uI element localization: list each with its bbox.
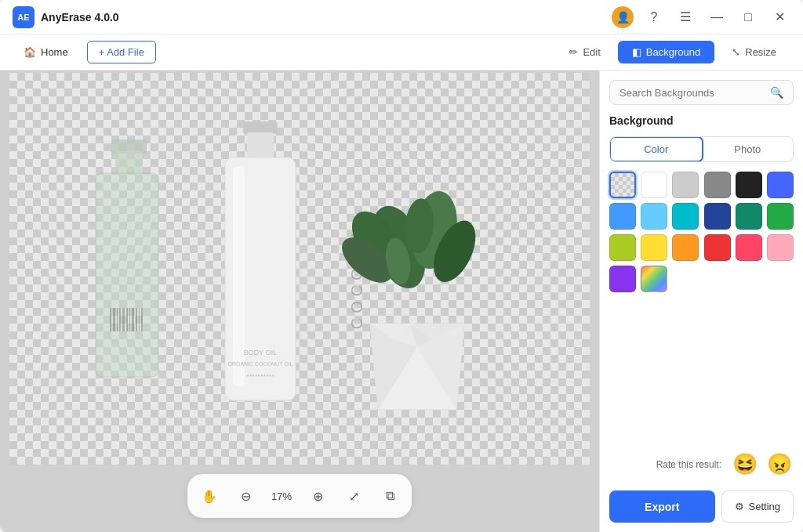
canvas-image: COCOOIL BODY OIL ORGANIC COCONUT OIL ●●●…	[9, 73, 590, 465]
color-swatch-red[interactable]	[704, 234, 731, 261]
color-swatch-blue2[interactable]	[609, 203, 636, 230]
search-input[interactable]	[620, 87, 764, 99]
search-icon: 🔍	[770, 86, 783, 99]
color-swatch-gradient[interactable]	[641, 266, 667, 292]
svg-rect-6	[119, 308, 121, 331]
color-swatch-cyan-light[interactable]	[641, 203, 667, 230]
svg-rect-17	[233, 167, 245, 386]
svg-rect-7	[122, 308, 125, 331]
tab-color[interactable]: Color	[609, 136, 703, 162]
title-bar: AE AnyErase 4.0.0 👤 ? ☰ — □ ✕	[0, 0, 803, 34]
bottom-buttons: Export ⚙ Setting	[609, 490, 794, 523]
svg-rect-11	[136, 308, 137, 331]
help-button[interactable]: ?	[643, 6, 665, 28]
color-swatch-transparent[interactable]	[609, 172, 636, 198]
svg-rect-12	[139, 308, 140, 331]
zoom-out-button[interactable]: ⊖	[231, 482, 260, 510]
color-swatch-teal[interactable]	[672, 203, 699, 230]
color-swatch-yellow[interactable]	[641, 234, 667, 261]
title-bar-right: 👤 ? ☰ — □ ✕	[612, 6, 790, 28]
color-photo-tabs: Color Photo	[609, 136, 794, 162]
setting-button[interactable]: ⚙ Setting	[721, 490, 794, 523]
canvas-viewport[interactable]: COCOOIL BODY OIL ORGANIC COCONUT OIL ●●●…	[0, 71, 599, 466]
color-swatch-orange[interactable]	[672, 234, 699, 261]
rating-area: Rate this result: 😆 😠	[609, 447, 794, 481]
color-swatch-yellow-green[interactable]	[609, 234, 636, 261]
edit-icon: ✏	[569, 46, 578, 58]
menu-button[interactable]: ☰	[674, 6, 696, 28]
export-button[interactable]: Export	[609, 490, 715, 523]
app-window: AE AnyErase 4.0.0 👤 ? ☰ — □ ✕ 🏠 Home + A…	[0, 0, 803, 532]
svg-text:●●●●●●●●●●: ●●●●●●●●●●	[246, 373, 275, 378]
section-title: Background	[609, 114, 794, 127]
svg-rect-5	[117, 308, 118, 331]
svg-rect-3	[110, 308, 111, 331]
toolbar-right: ✏ Edit ◧ Background ⤡ Resize	[555, 41, 790, 63]
main-area: COCOOIL BODY OIL ORGANIC COCONUT OIL ●●●…	[0, 71, 803, 532]
home-button[interactable]: 🏠 Home	[13, 42, 79, 63]
toolbar: 🏠 Home + Add File ✏ Edit ◧ Background ⤡ …	[0, 34, 803, 71]
svg-rect-4	[113, 308, 115, 331]
minimize-button[interactable]: —	[706, 6, 728, 28]
maximize-button[interactable]: □	[737, 6, 759, 28]
color-swatch-white[interactable]	[641, 172, 667, 198]
svg-text:BODY OIL: BODY OIL	[244, 349, 277, 356]
svg-rect-1	[115, 151, 143, 175]
rating-label: Rate this result:	[656, 459, 721, 470]
app-title: AnyErase 4.0.0	[41, 11, 119, 24]
zoom-in-button[interactable]: ⊕	[303, 482, 332, 510]
resize-icon: ⤡	[732, 46, 740, 58]
color-swatch-pink[interactable]	[767, 234, 794, 261]
background-icon: ◧	[632, 46, 641, 58]
color-swatch-blue[interactable]	[767, 172, 794, 198]
tab-background[interactable]: ◧ Background	[618, 41, 714, 63]
color-swatch-gray[interactable]	[704, 172, 731, 198]
setting-icon: ⚙	[735, 501, 744, 512]
svg-rect-8	[126, 308, 128, 331]
svg-rect-15	[247, 132, 274, 160]
angry-rating-button[interactable]: 😠	[765, 451, 794, 478]
color-swatch-green[interactable]	[767, 203, 794, 230]
zoom-level: 17%	[267, 490, 296, 502]
pan-tool-button[interactable]: ✋	[195, 482, 223, 510]
bottom-toolbar: ✋ ⊖ 17% ⊕ ⤢ ⧉	[187, 474, 412, 518]
title-bar-left: AE AnyErase 4.0.0	[13, 6, 119, 28]
canvas-area: COCOOIL BODY OIL ORGANIC COCONUT OIL ●●●…	[0, 71, 599, 532]
color-swatch-light-gray[interactable]	[672, 172, 699, 198]
svg-rect-13	[141, 308, 143, 331]
user-avatar[interactable]: 👤	[612, 6, 634, 28]
tab-photo[interactable]: Photo	[703, 137, 794, 161]
color-swatch-black[interactable]	[736, 172, 762, 198]
close-button[interactable]: ✕	[768, 6, 790, 28]
add-file-button[interactable]: + Add File	[87, 41, 156, 63]
svg-text:ORGANIC COCONUT OIL: ORGANIC COCONUT OIL	[227, 361, 292, 367]
home-icon: 🏠	[24, 46, 36, 58]
color-swatch-pink-red[interactable]	[736, 234, 762, 261]
color-swatch-dark-teal[interactable]	[736, 203, 762, 230]
svg-rect-9	[129, 308, 130, 331]
app-logo: AE	[13, 6, 35, 28]
right-panel: 🔍 Background Color Photo	[599, 71, 803, 532]
fit-button[interactable]: ⤢	[340, 482, 368, 510]
svg-rect-2	[96, 173, 158, 377]
svg-rect-14	[243, 121, 278, 134]
tab-edit[interactable]: ✏ Edit	[555, 41, 614, 63]
search-box: 🔍	[609, 80, 794, 105]
happy-rating-button[interactable]: 😆	[731, 451, 759, 478]
split-view-button[interactable]: ⧉	[376, 482, 404, 510]
tab-resize[interactable]: ⤡ Resize	[718, 41, 790, 63]
canvas-checkerboard: COCOOIL BODY OIL ORGANIC COCONUT OIL ●●●…	[9, 73, 590, 465]
color-grid	[609, 172, 794, 292]
color-swatch-purple[interactable]	[609, 266, 636, 292]
color-swatch-navy[interactable]	[704, 203, 731, 230]
svg-rect-10	[132, 308, 134, 331]
